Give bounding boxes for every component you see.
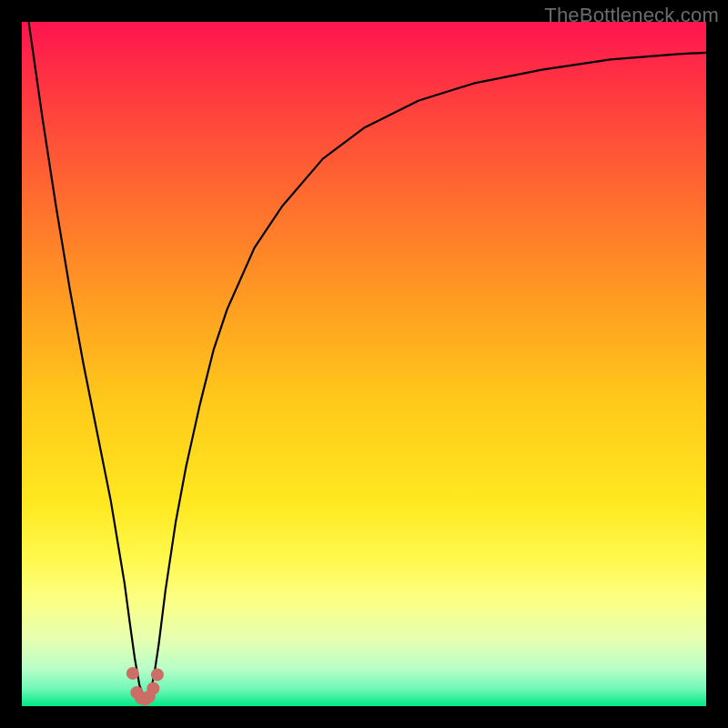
bottleneck-chart bbox=[22, 22, 706, 706]
marker-point bbox=[151, 668, 164, 681]
marker-point bbox=[147, 682, 159, 694]
gradient-background bbox=[22, 22, 706, 706]
marker-point bbox=[126, 667, 139, 680]
chart-frame: TheBottleneck.com bbox=[0, 0, 728, 728]
